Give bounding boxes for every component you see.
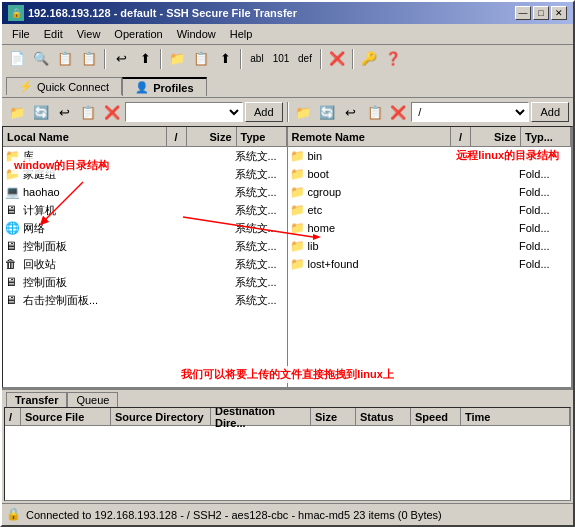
toolbar-btn-key[interactable]: 🔑 <box>358 48 380 70</box>
transfer-header-dest-dir[interactable]: Destination Dire... <box>211 408 311 425</box>
right-pane-header: Remote Name / Size Typ... <box>288 127 572 147</box>
right-header-slash[interactable]: / <box>451 127 471 146</box>
file-icon: 📁 <box>5 149 21 163</box>
toolbar-btn-6[interactable]: ⬆ <box>134 48 156 70</box>
transfer-header-status[interactable]: Status <box>356 408 411 425</box>
tab-profiles[interactable]: 👤 Profiles <box>122 77 206 96</box>
file-icon: 🖥 <box>5 203 21 217</box>
file-type: Fold... <box>519 168 569 180</box>
left-delete-btn[interactable]: ❌ <box>101 101 123 123</box>
file-icon: 🌐 <box>5 221 21 235</box>
left-header-type[interactable]: Type <box>237 127 287 146</box>
toolbar-path: 📁 🔄 ↩ 📋 ❌ Add 📁 🔄 ↩ 📋 ❌ / Add <box>2 98 573 126</box>
list-item[interactable]: 📁 库 系统文... <box>3 147 287 165</box>
list-item[interactable]: 🖥 控制面板 系统文... <box>3 237 287 255</box>
transfer-table: / Source File Source Directory Destinati… <box>4 407 571 501</box>
title-bar-left: 🔒 192.168.193.128 - default - SSH Secure… <box>8 5 297 21</box>
list-item[interactable]: 🖥 计算机 系统文... <box>3 201 287 219</box>
file-type: 系统文... <box>235 239 285 254</box>
close-button[interactable]: ✕ <box>551 6 567 20</box>
left-header-slash[interactable]: / <box>167 127 187 146</box>
right-pane-content[interactable]: 📁 bin Fold... 📁 boot Fold... 📁 cgroup Fo… <box>288 147 572 387</box>
nav-tabs: ⚡ Quick Connect 👤 Profiles <box>2 72 573 98</box>
right-header-size[interactable]: Size <box>471 127 521 146</box>
tab-quick-connect-label: Quick Connect <box>37 81 109 93</box>
left-new-btn[interactable]: 📋 <box>77 101 99 123</box>
toolbar-btn-3[interactable]: 📋 <box>54 48 76 70</box>
menu-operation[interactable]: Operation <box>108 27 168 41</box>
left-refresh-btn[interactable]: ↩ <box>53 101 75 123</box>
list-item[interactable]: 📁 bin Fold... <box>288 147 572 165</box>
right-back-btn[interactable]: 📁 <box>293 101 315 123</box>
transfer-header-source-file[interactable]: Source File <box>21 408 111 425</box>
left-pane-content[interactable]: 📁 库 系统文... 📁 家庭组 系统文... 💻 haohao 系统文... … <box>3 147 287 387</box>
file-type: Fold... <box>519 222 569 234</box>
window-title: 192.168.193.128 - default - SSH Secure F… <box>28 7 297 19</box>
list-item[interactable]: 📁 lib Fold... <box>288 237 572 255</box>
list-item[interactable]: 📁 home Fold... <box>288 219 572 237</box>
list-item[interactable]: 📁 lost+found Fold... <box>288 255 572 273</box>
list-item[interactable]: 🗑 回收站 系统文... <box>3 255 287 273</box>
toolbar-btn-help[interactable]: ❓ <box>382 48 404 70</box>
menu-window[interactable]: Window <box>171 27 222 41</box>
toolbar-btn-13[interactable]: ❌ <box>326 48 348 70</box>
left-add-button[interactable]: Add <box>245 102 283 122</box>
toolbar-btn-10[interactable]: abl <box>246 48 268 70</box>
toolbar-sep-5 <box>352 49 354 69</box>
left-header-size[interactable]: Size <box>187 127 237 146</box>
toolbar-btn-5[interactable]: ↩ <box>110 48 132 70</box>
right-refresh-btn[interactable]: ↩ <box>340 101 362 123</box>
right-path-dropdown[interactable]: / <box>411 102 529 122</box>
minimize-button[interactable]: — <box>515 6 531 20</box>
menu-view[interactable]: View <box>71 27 107 41</box>
list-item[interactable]: 📁 boot Fold... <box>288 165 572 183</box>
toolbar-btn-11[interactable]: 101 <box>270 48 292 70</box>
menu-help[interactable]: Help <box>224 27 259 41</box>
transfer-header: / Source File Source Directory Destinati… <box>5 408 570 426</box>
transfer-header-speed[interactable]: Speed <box>411 408 461 425</box>
right-up-btn[interactable]: 🔄 <box>316 101 338 123</box>
menu-bar: File Edit View Operation Window Help <box>2 24 573 44</box>
tab-profiles-label: Profiles <box>153 82 193 94</box>
toolbar-btn-8[interactable]: 📋 <box>190 48 212 70</box>
transfer-header-source-dir[interactable]: Source Directory <box>111 408 211 425</box>
toolbar-btn-12[interactable]: def <box>294 48 316 70</box>
profiles-icon: 👤 <box>135 81 149 94</box>
file-icon: 📁 <box>290 149 306 163</box>
transfer-header-time[interactable]: Time <box>461 408 570 425</box>
menu-edit[interactable]: Edit <box>38 27 69 41</box>
tab-quick-connect[interactable]: ⚡ Quick Connect <box>6 77 122 95</box>
list-item[interactable]: 🌐 网络 系统文... <box>3 219 287 237</box>
toolbar-btn-7[interactable]: 📁 <box>166 48 188 70</box>
right-header-type[interactable]: Typ... <box>521 127 571 146</box>
right-add-button[interactable]: Add <box>531 102 569 122</box>
left-header-name[interactable]: Local Name <box>3 127 167 146</box>
toolbar-btn-9[interactable]: ⬆ <box>214 48 236 70</box>
left-pane-header: Local Name / Size Type <box>3 127 287 147</box>
left-up-btn[interactable]: 🔄 <box>30 101 52 123</box>
transfer-tab-transfer[interactable]: Transfer <box>6 392 67 407</box>
toolbar-btn-4[interactable]: 📋 <box>78 48 100 70</box>
list-item[interactable]: 🖥 右击控制面板... 系统文... <box>3 291 287 309</box>
left-back-btn[interactable]: 📁 <box>6 101 28 123</box>
transfer-tab-queue[interactable]: Queue <box>67 392 118 407</box>
pane-sep <box>287 102 289 122</box>
right-header-name[interactable]: Remote Name <box>288 127 452 146</box>
file-type: Fold... <box>519 258 569 270</box>
list-item[interactable]: 📁 cgroup Fold... <box>288 183 572 201</box>
list-item[interactable]: 💻 haohao 系统文... <box>3 183 287 201</box>
left-path-dropdown[interactable] <box>125 102 243 122</box>
menu-file[interactable]: File <box>6 27 36 41</box>
list-item[interactable]: 📁 etc Fold... <box>288 201 572 219</box>
file-type: Fold... <box>519 150 569 162</box>
right-delete-btn[interactable]: ❌ <box>387 101 409 123</box>
transfer-header-size[interactable]: Size <box>311 408 356 425</box>
title-bar: 🔒 192.168.193.128 - default - SSH Secure… <box>2 2 573 24</box>
toolbar-main: 📄 🔍 📋 📋 ↩ ⬆ 📁 📋 ⬆ abl 101 def ❌ 🔑 ❓ <box>2 44 573 72</box>
list-item[interactable]: 📁 家庭组 系统文... <box>3 165 287 183</box>
toolbar-btn-1[interactable]: 📄 <box>6 48 28 70</box>
list-item[interactable]: 🖥 控制面板 系统文... <box>3 273 287 291</box>
maximize-button[interactable]: □ <box>533 6 549 20</box>
toolbar-btn-2[interactable]: 🔍 <box>30 48 52 70</box>
right-new-btn[interactable]: 📋 <box>364 101 386 123</box>
